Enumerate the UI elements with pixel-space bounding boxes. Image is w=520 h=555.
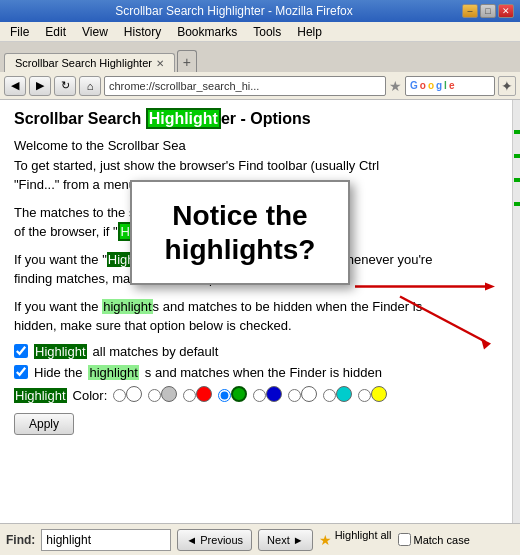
menu-tools[interactable]: Tools bbox=[249, 24, 285, 40]
popup-line1: Notice the bbox=[172, 200, 307, 231]
menubar: File Edit View History Bookmarks Tools H… bbox=[0, 22, 520, 42]
match-case-label: Match case bbox=[414, 534, 470, 546]
findbar: Find: ◄ Previous Next ► ★ Highlight all … bbox=[0, 523, 520, 555]
scroll-mark-1 bbox=[514, 130, 520, 134]
highlight-all-row: ★ Highlight all bbox=[319, 529, 392, 551]
page-title: Scrollbar Search Highlighter - Options bbox=[14, 110, 502, 128]
yellow-swatch[interactable] bbox=[371, 386, 387, 402]
back-button[interactable]: ◀ bbox=[4, 76, 26, 96]
checkbox2-row: Hide the highlights and matches when the… bbox=[14, 365, 502, 380]
blue-swatch[interactable] bbox=[266, 386, 282, 402]
minimize-button[interactable]: – bbox=[462, 4, 478, 18]
para4-highlight: highlight bbox=[102, 299, 152, 314]
tabbar: Scrollbar Search Highlighter ✕ + bbox=[0, 42, 520, 72]
highlight-all-button[interactable]: Highlight all bbox=[335, 529, 392, 551]
address-text: chrome://scrollbar_search_hi... bbox=[109, 80, 259, 92]
menu-bookmarks[interactable]: Bookmarks bbox=[173, 24, 241, 40]
ext-icon[interactable]: ✦ bbox=[498, 76, 516, 96]
match-case-checkbox-row: Match case bbox=[398, 533, 470, 546]
tab-label: Scrollbar Search Highlighter bbox=[15, 57, 152, 69]
color-cyan-option[interactable] bbox=[323, 386, 352, 405]
google-logo-icon: G bbox=[410, 80, 418, 91]
scroll-mark-2 bbox=[514, 154, 520, 158]
checkbox1-row: Highlight all matches by default bbox=[14, 344, 502, 359]
cb2-highlight: highlight bbox=[88, 365, 138, 380]
color-blue-option[interactable] bbox=[253, 386, 282, 405]
title-highlight: Highlight bbox=[146, 108, 221, 129]
menu-file[interactable]: File bbox=[6, 24, 33, 40]
color-yellow-option[interactable] bbox=[358, 386, 387, 405]
menu-view[interactable]: View bbox=[78, 24, 112, 40]
prev-button[interactable]: ◄ Previous bbox=[177, 529, 252, 551]
cb2-suffix: s and matches when the Finder is hidden bbox=[145, 365, 382, 380]
scroll-mark-3 bbox=[514, 178, 520, 182]
content-area: Scrollbar Search Highlighter - Options W… bbox=[0, 100, 520, 523]
red-swatch[interactable] bbox=[196, 386, 212, 402]
reload-button[interactable]: ↻ bbox=[54, 76, 76, 96]
close-button[interactable]: ✕ bbox=[498, 4, 514, 18]
navbar: ◀ ▶ ↻ ⌂ chrome://scrollbar_search_hi... … bbox=[0, 72, 520, 100]
color-green-option[interactable] bbox=[218, 386, 247, 405]
forward-button[interactable]: ▶ bbox=[29, 76, 51, 96]
star-highlight-icon: ★ bbox=[319, 532, 332, 548]
address-bar[interactable]: chrome://scrollbar_search_hi... bbox=[104, 76, 386, 96]
google-l-icon: l bbox=[444, 80, 447, 91]
color-red-option[interactable] bbox=[183, 386, 212, 405]
highlight-all-checkbox[interactable] bbox=[14, 344, 28, 358]
next-button[interactable]: Next ► bbox=[258, 529, 313, 551]
findbar-label: Find: bbox=[6, 533, 35, 547]
google-o2-icon: o bbox=[428, 80, 434, 91]
star-icon[interactable]: ★ bbox=[389, 78, 402, 94]
cb2-prefix: Hide the bbox=[34, 365, 82, 380]
white2-swatch[interactable] bbox=[301, 386, 317, 402]
google-g-icon: g bbox=[436, 80, 442, 91]
gray-swatch[interactable] bbox=[161, 386, 177, 402]
search-bar[interactable]: G o o g l e bbox=[405, 76, 495, 96]
title-prefix: Scrollbar Search bbox=[14, 110, 146, 127]
tab-close-icon[interactable]: ✕ bbox=[156, 58, 164, 69]
menu-help[interactable]: Help bbox=[293, 24, 326, 40]
page-content: Scrollbar Search Highlighter - Options W… bbox=[0, 100, 520, 523]
match-case-checkbox[interactable] bbox=[398, 533, 411, 546]
main-tab[interactable]: Scrollbar Search Highlighter ✕ bbox=[4, 53, 175, 72]
maximize-button[interactable]: □ bbox=[480, 4, 496, 18]
hide-highlights-checkbox[interactable] bbox=[14, 365, 28, 379]
color-gray-option[interactable] bbox=[148, 386, 177, 405]
color-row: Highlight Color: bbox=[14, 386, 502, 405]
cb1-highlight: Highlight bbox=[34, 344, 87, 359]
google-o-icon: o bbox=[420, 80, 426, 91]
green-swatch[interactable] bbox=[231, 386, 247, 402]
color-white-option[interactable] bbox=[113, 386, 142, 405]
menu-history[interactable]: History bbox=[120, 24, 165, 40]
findbar-input[interactable] bbox=[41, 529, 171, 551]
color-label: Color: bbox=[73, 388, 108, 403]
new-tab-button[interactable]: + bbox=[177, 50, 197, 72]
para4: If you want the highlights and matches t… bbox=[14, 297, 502, 336]
titlebar-controls: – □ ✕ bbox=[462, 4, 514, 18]
google-e-icon: e bbox=[449, 80, 455, 91]
apply-button[interactable]: Apply bbox=[14, 413, 74, 435]
cyan-swatch[interactable] bbox=[336, 386, 352, 402]
white-swatch[interactable] bbox=[126, 386, 142, 402]
cb1-label: all matches by default bbox=[93, 344, 219, 359]
titlebar-title: Scrollbar Search Highlighter - Mozilla F… bbox=[6, 4, 462, 18]
menu-edit[interactable]: Edit bbox=[41, 24, 70, 40]
home-button[interactable]: ⌂ bbox=[79, 76, 101, 96]
popup-line2: highlights? bbox=[165, 234, 316, 265]
titlebar: Scrollbar Search Highlighter - Mozilla F… bbox=[0, 0, 520, 22]
color-white2-option[interactable] bbox=[288, 386, 317, 405]
scrollbar-highlights bbox=[512, 100, 520, 523]
title-suffix: er - Options bbox=[221, 110, 311, 127]
popup-text: Notice the highlights? bbox=[165, 199, 316, 266]
color-label-highlight: Highlight bbox=[14, 388, 67, 403]
popup-notice: Notice the highlights? bbox=[130, 180, 350, 285]
scroll-mark-4 bbox=[514, 202, 520, 206]
